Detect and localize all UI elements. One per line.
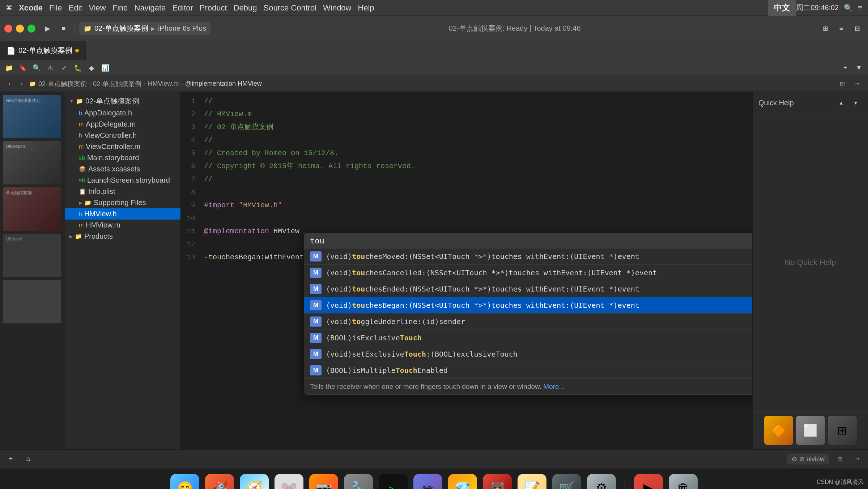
tree-item-launchscreen[interactable]: sb LaunchScreen.storyboard — [65, 175, 180, 186]
code-line-7: 7 // — [181, 173, 752, 186]
ac-item-1[interactable]: M (void)touchesCancelled:(NSSet<UITouch … — [304, 265, 752, 281]
tree-item-appdelegate-h[interactable]: h AppDelegate.h — [65, 107, 180, 119]
split-editor[interactable]: ⊞ — [835, 77, 848, 90]
breadcrumb-project[interactable]: 02-单点触摸案例 — [38, 80, 87, 88]
dock-finder[interactable]: 😊 — [170, 474, 199, 489]
menu-navigate[interactable]: Navigate — [135, 3, 166, 13]
tree-label: AppDelegate.h — [84, 109, 132, 117]
tree-item-root[interactable]: ▼ 📁 02-单点触摸案例 — [65, 95, 180, 107]
scheme-selector[interactable]: 📁 02-单点触摸案例 ▶ iPhone 6s Plus — [79, 22, 210, 35]
dock-tools[interactable]: 🔧 — [344, 474, 373, 489]
tree-item-hmview-m[interactable]: m HMView.m — [65, 220, 180, 231]
apple-menu[interactable]: ⌘ — [6, 4, 12, 12]
tree-item-info-plist[interactable]: 📋 Info.plist — [65, 186, 180, 197]
assistant-editor[interactable]: ↔ — [851, 77, 864, 90]
ac-item-2[interactable]: M (void)touchesEnded:(NSSet<UITouch *>*)… — [304, 281, 752, 297]
menu-edit[interactable]: Edit — [68, 3, 82, 13]
ac-item-4[interactable]: M (void)toggleUnderline:(id)sender — [304, 314, 752, 330]
dock-launchpad[interactable]: 🚀 — [205, 474, 234, 489]
dock-sketch-alt[interactable]: ✏ — [413, 474, 442, 489]
nav-back[interactable]: ‹ — [4, 79, 14, 89]
thumb-btn-3[interactable]: ⊞ — [828, 416, 857, 445]
dock-safari[interactable]: 🧭 — [240, 474, 269, 489]
minimize-button[interactable] — [16, 25, 24, 33]
nav-add[interactable]: + — [839, 63, 851, 73]
ime-indicator[interactable]: 中文 — [768, 0, 796, 16]
tree-item-products[interactable]: ▶ 📁 Products — [65, 231, 180, 242]
dock-media[interactable]: ▶ — [634, 474, 663, 489]
dock-photos[interactable]: 📷 — [309, 474, 338, 489]
dock-sketch[interactable]: 💎 — [448, 474, 477, 489]
nav-files[interactable]: 📁 — [3, 63, 15, 73]
dock-mouse[interactable]: 🐭 — [275, 474, 303, 489]
bottom-add[interactable]: + — [4, 452, 17, 465]
thumb-btn-2[interactable]: ⬜ — [796, 416, 825, 445]
breadcrumb-file[interactable]: HMView.m — [148, 80, 179, 88]
notification-icon[interactable]: ≡ — [858, 4, 862, 12]
nav-breakpoints[interactable]: ◆ — [85, 63, 98, 73]
tree-item-assets[interactable]: 📦 Assets.xcassets — [65, 163, 180, 175]
dock-bear[interactable]: 🐻 — [483, 474, 512, 489]
quick-help-scroll-up[interactable]: ▲ — [835, 96, 848, 109]
menu-editor[interactable]: Editor — [172, 3, 193, 13]
menu-xcode[interactable]: Xcode — [19, 3, 43, 13]
nav-issues[interactable]: ⚠ — [44, 63, 56, 73]
footer-link[interactable]: More... — [543, 383, 565, 390]
search-icon[interactable]: 🔍 — [844, 4, 853, 12]
nav-forward[interactable]: › — [17, 79, 27, 89]
quick-help-scroll-down[interactable]: ▼ — [849, 96, 862, 109]
nav-find[interactable]: 🔍 — [30, 63, 43, 73]
tree-item-hmview-h[interactable]: h HMView.h — [65, 208, 180, 220]
tree-item-viewcontroller-m[interactable]: m ViewController.m — [65, 141, 180, 152]
run-button[interactable]: ▶ — [41, 22, 54, 35]
nav-filter[interactable]: ▼ — [853, 63, 865, 73]
ac-item-5[interactable]: M (BOOL)isExclusiveTouch — [304, 330, 752, 346]
bottom-home[interactable]: ⌂ — [22, 452, 35, 465]
maximize-button[interactable] — [27, 25, 35, 33]
ac-item-7[interactable]: M (BOOL)isMultipleTouchEnabled — [304, 362, 752, 379]
thumb-3[interactable]: 单点触摸案例 — [3, 187, 61, 231]
tab-hmview-m[interactable]: 📄 02-单点触摸案例 — [0, 41, 86, 60]
dock-store[interactable]: 🛒 — [552, 474, 581, 489]
menu-view[interactable]: View — [89, 3, 106, 13]
ac-item-6[interactable]: M (void)setExclusiveTouch:(BOOL)exclusiv… — [304, 346, 752, 362]
breadcrumb-symbol[interactable]: @implementation HMView — [185, 80, 262, 88]
thumb-btn-1[interactable]: 🔶 — [764, 416, 793, 445]
thumb-1[interactable]: view的触摸事件处 — [3, 95, 61, 138]
close-button[interactable] — [4, 25, 12, 33]
menu-find[interactable]: Find — [112, 3, 128, 13]
dock-trash[interactable]: 🗑 — [669, 474, 698, 489]
menu-file[interactable]: File — [49, 3, 62, 13]
dock-settings[interactable]: ⚙ — [587, 474, 616, 489]
menu-debug[interactable]: Debug — [234, 3, 257, 13]
nav-tests[interactable]: ✓ — [58, 63, 70, 73]
tree-item-main-storyboard[interactable]: sb Main.storyboard — [65, 152, 180, 163]
status-text: 02-单点触摸案例: Ready | Today at 09:46 — [449, 24, 581, 33]
nav-symbols[interactable]: 🔖 — [17, 63, 29, 73]
filter-input[interactable]: ⊘ ⊘ uiview — [787, 454, 829, 464]
stop-button[interactable]: ■ — [57, 22, 70, 35]
debug-toggle[interactable]: ≡ — [835, 22, 848, 35]
menu-product[interactable]: Product — [200, 3, 227, 13]
dock-notes[interactable]: 📝 — [518, 474, 546, 489]
thumb-4[interactable]: UIView# — [3, 234, 61, 277]
dock-terminal[interactable]: >_ — [379, 474, 408, 489]
menu-source-control[interactable]: Source Control — [264, 3, 317, 13]
thumb-5[interactable] — [3, 280, 61, 323]
inspector-toggle[interactable]: ⊟ — [851, 22, 864, 35]
code-editor-area[interactable]: 1 // 2 // HMView.m 3 // 02-单点触摸案例 4 // 5… — [181, 92, 752, 449]
breadcrumb-folder[interactable]: 02-单点触摸案例 — [93, 80, 141, 88]
menu-window[interactable]: Window — [323, 3, 351, 13]
tree-item-supporting[interactable]: ▶ 📁 Supporting Files — [65, 197, 180, 208]
menu-help[interactable]: Help — [358, 3, 374, 13]
tree-item-appdelegate-m[interactable]: m AppDelegate.m — [65, 119, 180, 130]
nav-debug[interactable]: 🐛 — [72, 63, 84, 73]
bottom-scope[interactable]: ↔ — [851, 452, 864, 465]
bottom-expand[interactable]: ⊞ — [833, 452, 846, 465]
ac-item-3[interactable]: M (void)touchesBegan:(NSSet<UITouch *>*)… — [304, 297, 752, 314]
thumb-2[interactable]: UIRespon... — [3, 141, 61, 184]
ac-item-0[interactable]: M (void)touchesMoved:(NSSet<UITouch *>*)… — [304, 248, 752, 265]
nav-reports[interactable]: 📊 — [99, 63, 111, 73]
tree-item-viewcontroller-h[interactable]: h ViewController.h — [65, 130, 180, 141]
navigator-toggle[interactable]: ⊞ — [819, 22, 832, 35]
